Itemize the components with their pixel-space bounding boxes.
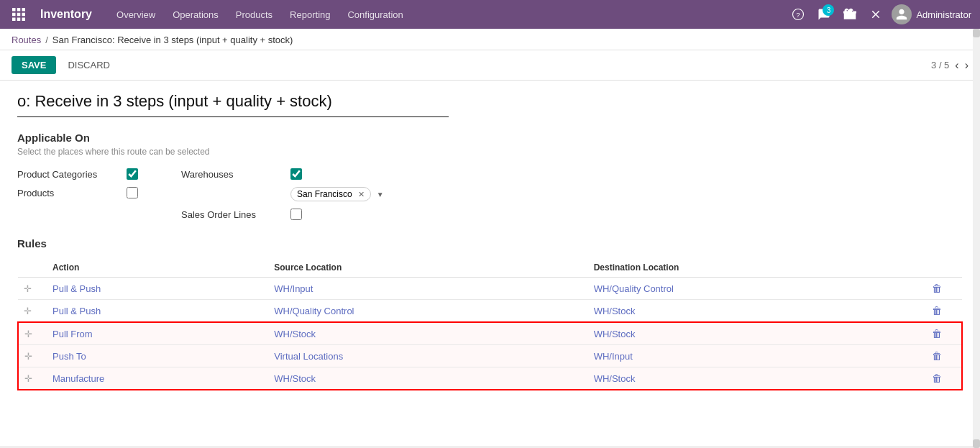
rules-section: Rules Action Source Location Destination… xyxy=(17,237,963,390)
rules-table-header: Action Source Location Destination Locat… xyxy=(18,258,962,278)
grid-menu-icon[interactable] xyxy=(9,4,29,24)
discard-button[interactable]: DISCARD xyxy=(62,56,116,74)
table-row: ✛ Pull & Push WH/Quality Control WH/Stoc… xyxy=(18,300,962,323)
destination-link[interactable]: WH/Stock xyxy=(594,329,636,339)
product-categories-checkbox[interactable] xyxy=(127,168,138,180)
products-label: Products xyxy=(17,188,118,198)
rules-title: Rules xyxy=(17,237,963,250)
sales-order-lines-checkbox[interactable] xyxy=(290,209,302,220)
source-cell: Virtual Locations xyxy=(268,345,587,367)
warehouse-tag-row: San Francisco ✕ ▼ xyxy=(181,187,384,201)
drag-handle-icon[interactable]: ✛ xyxy=(24,373,32,384)
prev-record-arrow[interactable]: ‹ xyxy=(955,59,958,72)
delete-icon[interactable]: 🗑 xyxy=(932,372,942,384)
warehouse-tag-input[interactable]: San Francisco ✕ ▼ xyxy=(290,187,384,201)
drag-handle-cell: ✛ xyxy=(18,278,47,300)
warehouse-dropdown-arrow[interactable]: ▼ xyxy=(377,191,384,198)
products-checkbox[interactable] xyxy=(127,187,138,198)
applicable-on-section: Applicable On Select the places where th… xyxy=(17,132,963,220)
drag-handle-icon[interactable]: ✛ xyxy=(24,329,32,339)
form-grid: Product Categories Products Warehouses xyxy=(17,168,963,220)
warehouses-label: Warehouses xyxy=(181,169,282,180)
delete-icon[interactable]: 🗑 xyxy=(932,328,942,339)
destination-link[interactable]: WH/Input xyxy=(594,351,633,362)
delete-cell: 🗑 xyxy=(926,345,962,367)
source-link[interactable]: WH/Input xyxy=(274,283,313,294)
warehouses-checkbox[interactable] xyxy=(290,168,302,180)
action-cell: Pull & Push xyxy=(47,278,268,300)
drag-handle-icon[interactable]: ✛ xyxy=(24,351,32,362)
svg-rect-2 xyxy=(22,8,26,12)
svg-text:?: ? xyxy=(797,11,801,19)
drag-handle-icon[interactable]: ✛ xyxy=(24,306,32,316)
delete-col-header xyxy=(926,258,962,278)
app-brand: Inventory xyxy=(40,8,92,21)
message-badge: 3 xyxy=(823,4,834,16)
user-name: Administrator xyxy=(916,9,971,20)
svg-rect-8 xyxy=(22,18,26,22)
tag-remove-icon[interactable]: ✕ xyxy=(358,190,365,199)
svg-rect-6 xyxy=(12,18,16,22)
svg-rect-7 xyxy=(17,18,21,22)
destination-link[interactable]: WH/Quality Control xyxy=(594,283,674,294)
nav-configuration[interactable]: Configuration xyxy=(340,6,410,23)
source-link[interactable]: WH/Quality Control xyxy=(274,306,354,316)
action-link[interactable]: Pull From xyxy=(52,329,93,339)
source-col-header: Source Location xyxy=(268,258,587,278)
delete-cell: 🗑 xyxy=(926,367,962,390)
delete-icon[interactable]: 🗑 xyxy=(932,350,942,362)
user-menu[interactable]: Administrator xyxy=(892,4,971,24)
action-link[interactable]: Manufacture xyxy=(52,373,104,384)
top-nav: Overview Operations Products Reporting C… xyxy=(109,6,777,23)
action-col-header: Action xyxy=(47,258,268,278)
delete-cell: 🗑 xyxy=(926,322,962,345)
pagination-label: 3 / 5 xyxy=(931,60,949,70)
action-link[interactable]: Pull & Push xyxy=(52,283,101,294)
next-record-arrow[interactable]: › xyxy=(965,59,968,72)
warehouses-row: Warehouses xyxy=(181,168,384,180)
messages-icon[interactable]: 3 xyxy=(814,4,834,24)
destination-link[interactable]: WH/Stock xyxy=(594,306,636,316)
nav-operations[interactable]: Operations xyxy=(165,6,226,23)
scrollbar-track xyxy=(973,29,980,448)
delete-icon[interactable]: 🗑 xyxy=(932,283,942,294)
scrollbar-thumb-top[interactable] xyxy=(973,29,980,37)
destination-cell: WH/Stock xyxy=(588,300,926,323)
breadcrumb-link[interactable]: Routes xyxy=(12,35,41,45)
svg-rect-0 xyxy=(12,8,16,12)
nav-overview[interactable]: Overview xyxy=(109,6,162,23)
nav-reporting[interactable]: Reporting xyxy=(283,6,337,23)
help-icon[interactable]: ? xyxy=(788,4,808,24)
scrollbar-thumb-bottom[interactable] xyxy=(973,439,980,448)
drag-handle-icon[interactable]: ✛ xyxy=(24,283,32,294)
sales-order-lines-label: Sales Order Lines xyxy=(181,209,282,220)
action-bar: SAVE DISCARD 3 / 5 ‹ › xyxy=(0,50,980,81)
san-francisco-tag[interactable]: San Francisco ✕ xyxy=(290,187,371,201)
save-button[interactable]: SAVE xyxy=(12,56,56,74)
pagination-controls: 3 / 5 ‹ › xyxy=(931,59,968,72)
destination-cell: WH/Input xyxy=(588,345,926,367)
action-link[interactable]: Push To xyxy=(52,351,86,362)
source-link[interactable]: Virtual Locations xyxy=(274,351,343,362)
form-col-right: Warehouses San Francisco ✕ ▼ Sales Order… xyxy=(181,168,384,220)
drag-handle-cell: ✛ xyxy=(18,322,47,345)
destination-cell: WH/Stock xyxy=(588,322,926,345)
user-avatar xyxy=(892,4,912,24)
warehouse-tag-text: San Francisco xyxy=(297,189,352,199)
action-link[interactable]: Pull & Push xyxy=(52,306,101,316)
delete-icon[interactable]: 🗑 xyxy=(932,305,942,316)
destination-link[interactable]: WH/Stock xyxy=(594,373,636,384)
nav-products[interactable]: Products xyxy=(229,6,280,23)
drag-handle-cell: ✛ xyxy=(18,367,47,390)
delete-cell: 🗑 xyxy=(926,278,962,300)
source-cell: WH/Stock xyxy=(268,322,587,345)
close-icon[interactable] xyxy=(866,4,886,24)
svg-rect-1 xyxy=(17,8,21,12)
action-cell: Manufacture xyxy=(47,367,268,390)
main-content: o: Receive in 3 steps (input + quality +… xyxy=(0,81,980,446)
gift-icon[interactable] xyxy=(840,4,860,24)
rules-table: Action Source Location Destination Locat… xyxy=(17,258,963,390)
source-link[interactable]: WH/Stock xyxy=(274,373,316,384)
drag-col-header xyxy=(18,258,47,278)
source-link[interactable]: WH/Stock xyxy=(274,329,316,339)
